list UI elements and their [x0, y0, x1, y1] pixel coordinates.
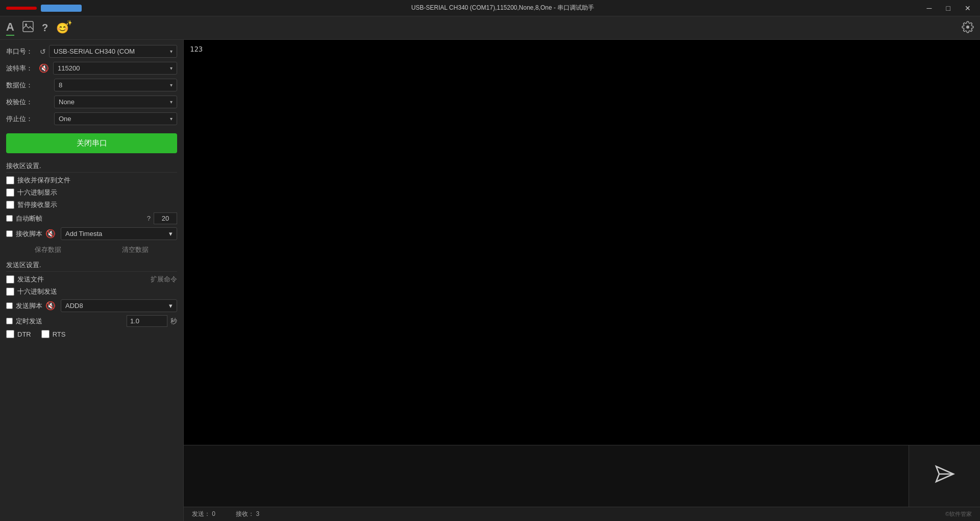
copyright: ©软件管家: [945, 510, 972, 518]
send-input[interactable]: [184, 445, 909, 507]
send-script-row: 发送脚本 🔇 ADD8 ▾: [6, 299, 177, 312]
send-file-label: 发送文件: [17, 275, 44, 284]
parity-row: 校验位： None ▾: [6, 96, 177, 108]
rts-row: RTS: [41, 330, 66, 338]
send-script-checkbox[interactable]: [6, 302, 13, 309]
receive-save-checkbox[interactable]: [6, 176, 14, 184]
hex-send-row: 十六进制发送: [6, 287, 177, 296]
receive-save-label: 接收并保存到文件: [17, 176, 70, 185]
auto-frame-input[interactable]: [154, 212, 177, 224]
send-script-select[interactable]: ADD8 ▾: [61, 299, 177, 312]
close-port-button[interactable]: 关闭串口: [6, 133, 177, 153]
maximize-button[interactable]: □: [943, 3, 953, 13]
titlebar-indicators: [6, 5, 82, 12]
data-bits-label: 数据位：: [6, 81, 37, 90]
hex-display-label: 十六进制显示: [17, 188, 57, 197]
emoji-icon[interactable]: 😊 ✨: [56, 22, 69, 34]
clear-data-button[interactable]: 清空数据: [94, 243, 178, 256]
auto-frame-row: 自动断帧 ?: [6, 212, 177, 224]
timed-send-label: 定时发送: [16, 317, 42, 326]
auto-frame-label: 自动断帧: [16, 214, 42, 223]
send-section-header: 发送区设置.: [6, 260, 177, 272]
help-icon[interactable]: ?: [42, 22, 48, 34]
parity-chevron-icon: ▾: [170, 99, 173, 105]
dtr-checkbox[interactable]: [6, 330, 14, 338]
port-label: 串口号：: [6, 47, 37, 56]
auto-frame-question[interactable]: ?: [147, 215, 151, 222]
hex-send-checkbox[interactable]: [6, 288, 14, 296]
dtr-rts-row: DTR RTS: [6, 330, 177, 338]
rts-label: RTS: [53, 330, 66, 338]
receive-save-row: 接收并保存到文件: [6, 176, 177, 185]
left-panel: 串口号： ↺ USB-SERIAL CH340 (COM ▾ 波特率： 🔇 11…: [0, 40, 184, 521]
send-button[interactable]: [932, 461, 958, 491]
port-chevron-icon: ▾: [170, 49, 173, 54]
send-btn-area: [909, 445, 980, 507]
stop-bits-row: 停止位： One ▾: [6, 112, 177, 125]
close-button[interactable]: ✕: [962, 3, 974, 13]
stop-bits-chevron-icon: ▾: [170, 116, 173, 122]
minimize-button[interactable]: ─: [924, 3, 935, 13]
timed-send-row: 定时发送 秒: [6, 315, 177, 327]
status-left: 发送： 0 接收： 3: [192, 510, 259, 518]
script-chevron-icon: ▾: [169, 230, 173, 238]
send-script-chevron-icon: ▾: [169, 302, 173, 310]
auto-frame-checkbox[interactable]: [6, 215, 13, 222]
status-bar: 发送： 0 接收： 3 ©软件管家: [184, 507, 980, 521]
receive-area[interactable]: 123: [184, 40, 980, 445]
baud-row: 波特率： 🔇 115200 ▾: [6, 62, 177, 75]
save-data-button[interactable]: 保存数据: [6, 243, 90, 256]
expand-cmd-button[interactable]: 扩展命令: [151, 275, 177, 284]
data-bits-row: 数据位： 8 ▾: [6, 79, 177, 91]
stop-bits-select[interactable]: One ▾: [54, 112, 177, 125]
main-layout: 串口号： ↺ USB-SERIAL CH340 (COM ▾ 波特率： 🔇 11…: [0, 40, 980, 521]
send-file-row: 发送文件 扩展命令: [6, 275, 177, 284]
send-file-checkbox[interactable]: [6, 275, 14, 283]
receive-script-select[interactable]: Add Timesta ▾: [61, 227, 177, 240]
speaker-icon[interactable]: 🔇: [39, 63, 49, 73]
indicator-blue: [41, 5, 82, 12]
pause-receive-label: 暂停接收显示: [17, 200, 57, 209]
rts-checkbox[interactable]: [41, 330, 50, 338]
receive-script-checkbox[interactable]: [6, 230, 13, 237]
titlebar-title: USB-SERIAL CH340 (COM17),115200,None,8,O…: [411, 4, 594, 12]
send-status: 发送： 0: [192, 510, 215, 518]
toolbar: A ? 😊 ✨: [0, 16, 980, 40]
data-bits-chevron-icon: ▾: [170, 82, 173, 88]
action-btns-row: 保存数据 清空数据: [6, 243, 177, 256]
stop-bits-label: 停止位：: [6, 114, 37, 124]
font-icon[interactable]: A: [6, 20, 14, 36]
port-select[interactable]: USB-SERIAL CH340 (COM ▾: [49, 45, 177, 58]
baud-select[interactable]: 115200 ▾: [53, 62, 177, 75]
timed-send-input[interactable]: [127, 315, 167, 327]
dtr-label: DTR: [17, 330, 31, 338]
receive-section-header: 接收区设置.: [6, 161, 177, 173]
pause-receive-checkbox[interactable]: [6, 201, 14, 209]
hex-send-label: 十六进制发送: [17, 287, 57, 296]
send-area-container: [184, 445, 980, 507]
hex-display-checkbox[interactable]: [6, 188, 14, 197]
receive-script-row: 接收脚本 🔇 Add Timesta ▾: [6, 227, 177, 240]
send-script-label: 发送脚本: [16, 301, 42, 311]
right-panel: 123 发送： 0 接: [184, 40, 980, 521]
baud-label: 波特率：: [6, 64, 37, 73]
dtr-row: DTR: [6, 330, 31, 338]
send-script-speaker-icon[interactable]: 🔇: [45, 301, 56, 311]
titlebar: USB-SERIAL CH340 (COM17),115200,None,8,O…: [0, 0, 980, 16]
port-row: 串口号： ↺ USB-SERIAL CH340 (COM ▾: [6, 45, 177, 58]
parity-select[interactable]: None ▾: [54, 96, 177, 108]
titlebar-controls: ─ □ ✕: [924, 3, 974, 13]
pause-receive-row: 暂停接收显示: [6, 200, 177, 209]
script-speaker-icon[interactable]: 🔇: [45, 229, 56, 239]
receive-status: 接收： 3: [236, 510, 259, 518]
baud-chevron-icon: ▾: [170, 65, 173, 71]
receive-content: 123: [190, 45, 203, 53]
toolbar-left: A ? 😊 ✨: [6, 20, 69, 36]
indicator-red: [6, 7, 37, 10]
image-icon[interactable]: [22, 21, 34, 35]
settings-icon[interactable]: [962, 21, 974, 35]
refresh-port-button[interactable]: ↺: [39, 46, 47, 57]
parity-label: 校验位：: [6, 98, 37, 107]
timed-send-checkbox[interactable]: [6, 318, 13, 324]
data-bits-select[interactable]: 8 ▾: [54, 79, 177, 91]
